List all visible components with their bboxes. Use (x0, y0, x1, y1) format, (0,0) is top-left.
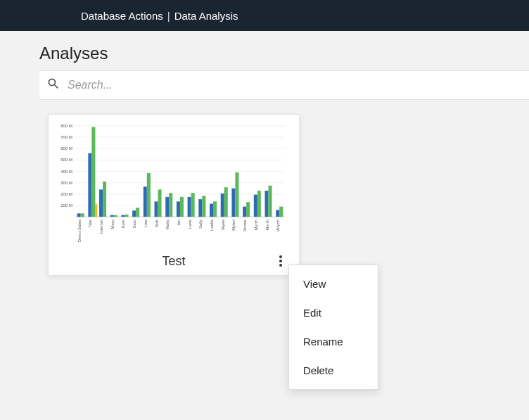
svg-rect-40 (158, 189, 162, 217)
svg-text:Wally: Wally (165, 219, 170, 229)
svg-rect-45 (177, 201, 180, 217)
svg-rect-43 (169, 193, 172, 217)
svg-text:Myrrh: Myrrh (265, 219, 269, 230)
svg-rect-46 (180, 197, 184, 217)
svg-text:Kym: Kym (121, 219, 125, 228)
kebab-icon (279, 255, 282, 267)
svg-text:Mykel: Mykel (231, 219, 236, 231)
svg-text:800 M: 800 M (60, 124, 72, 128)
svg-text:300 M: 300 M (60, 181, 72, 185)
svg-rect-54 (210, 204, 213, 217)
svg-rect-34 (136, 208, 139, 217)
topbar: Database Actions | Data Analysis (0, 0, 529, 31)
svg-text:Sam: Sam (132, 219, 136, 228)
svg-rect-72 (276, 210, 279, 217)
search-icon (46, 77, 60, 94)
svg-text:Lane: Lane (188, 219, 192, 229)
menu-item-edit[interactable]: Edit (289, 298, 378, 327)
svg-rect-21 (91, 127, 95, 217)
svg-rect-17 (77, 213, 81, 217)
svg-text:Tele: Tele (88, 219, 92, 227)
topbar-divider: | (167, 10, 170, 22)
page-title: Analyses (0, 31, 529, 70)
svg-rect-22 (95, 204, 97, 217)
svg-rect-48 (188, 197, 191, 217)
card-footer: Test (49, 248, 299, 275)
svg-rect-57 (221, 193, 224, 217)
svg-rect-61 (235, 172, 238, 217)
svg-text:700 M: 700 M (60, 135, 72, 139)
svg-rect-67 (257, 191, 261, 217)
svg-rect-30 (121, 215, 125, 217)
svg-rect-73 (279, 207, 283, 217)
svg-text:Myrrh: Myrrh (254, 219, 258, 230)
svg-rect-27 (110, 215, 114, 217)
card-context-menu: View Edit Rename Delete (288, 265, 378, 390)
svg-rect-42 (165, 197, 169, 217)
svg-text:500 M: 500 M (60, 158, 72, 162)
svg-rect-39 (155, 201, 158, 217)
chart-thumbnail: 800 M700 M600 M500 M400 M300 M200 M100 M… (49, 115, 299, 248)
svg-text:600 M: 600 M (60, 146, 72, 151)
svg-text:Luella: Luella (210, 219, 214, 231)
svg-rect-31 (125, 215, 128, 217)
cards-area: 800 M700 M600 M500 M400 M300 M200 M100 M… (0, 100, 529, 276)
svg-rect-63 (243, 207, 246, 217)
svg-rect-51 (198, 199, 202, 217)
svg-text:Bob: Bob (155, 219, 159, 227)
svg-text:Direct Sales: Direct Sales (77, 219, 82, 242)
svg-text:Stonie: Stonie (243, 219, 247, 231)
svg-point-75 (279, 255, 282, 258)
svg-text:Internet: Internet (99, 219, 103, 234)
svg-rect-64 (246, 202, 250, 217)
svg-rect-60 (231, 189, 235, 217)
svg-rect-18 (81, 213, 84, 217)
topbar-primary: Database Actions (81, 10, 163, 22)
svg-text:400 M: 400 M (60, 170, 72, 174)
svg-rect-20 (88, 153, 91, 217)
svg-rect-70 (269, 186, 272, 217)
svg-rect-25 (103, 182, 106, 217)
card-menu-button[interactable] (272, 253, 289, 269)
menu-item-rename[interactable]: Rename (289, 327, 378, 356)
svg-rect-55 (213, 201, 217, 217)
svg-rect-49 (191, 193, 195, 217)
svg-text:200 M: 200 M (60, 192, 72, 196)
svg-point-77 (279, 264, 282, 267)
svg-text:Sally: Sally (198, 219, 203, 229)
chart-svg: 800 M700 M600 M500 M400 M300 M200 M100 M… (56, 122, 292, 248)
menu-item-delete[interactable]: Delete (289, 356, 378, 385)
svg-point-76 (279, 260, 282, 262)
svg-rect-37 (147, 173, 151, 217)
menu-item-view[interactable]: View (289, 269, 378, 298)
svg-rect-24 (99, 189, 103, 217)
topbar-secondary: Data Analysis (174, 10, 238, 22)
svg-text:Myee: Myee (221, 219, 225, 229)
svg-text:Mary: Mary (110, 219, 115, 229)
svg-text:Wrych: Wrych (276, 219, 280, 231)
search-bar[interactable] (39, 70, 529, 100)
card-title: Test (162, 254, 185, 269)
svg-text:Ian: Ian (177, 219, 181, 225)
analysis-card[interactable]: 800 M700 M600 M500 M400 M300 M200 M100 M… (48, 114, 300, 276)
svg-rect-69 (264, 191, 268, 217)
svg-rect-36 (144, 186, 147, 217)
svg-rect-52 (202, 196, 205, 217)
svg-rect-66 (254, 195, 257, 217)
svg-text:100 M: 100 M (60, 203, 72, 208)
svg-text:Lisa: Lisa (144, 219, 148, 227)
svg-rect-33 (132, 210, 136, 217)
search-input[interactable] (68, 79, 529, 91)
svg-rect-58 (224, 187, 228, 217)
svg-rect-28 (114, 215, 117, 217)
